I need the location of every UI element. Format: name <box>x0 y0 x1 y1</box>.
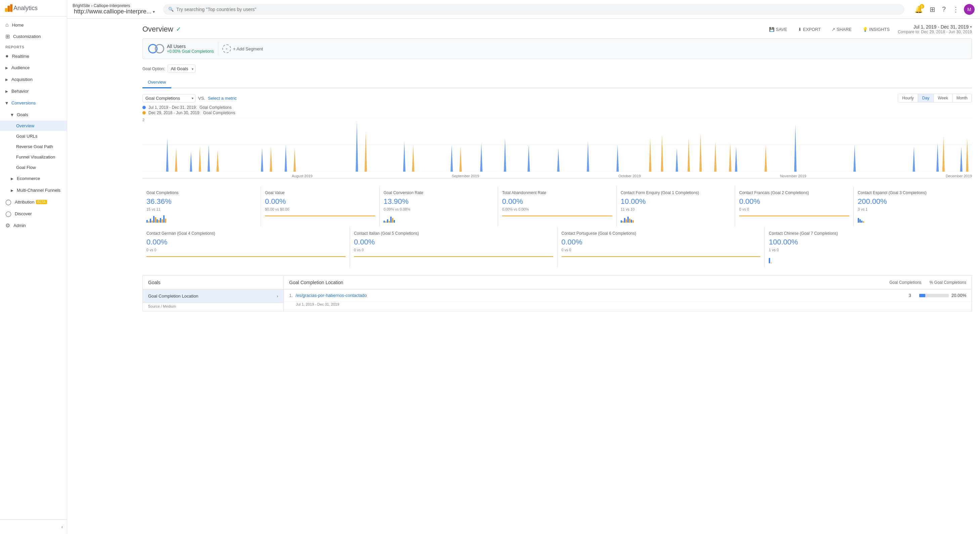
goals-section: Goals Goal Completion Location › Source … <box>142 275 972 312</box>
goals-right-columns: Goal Completions % Goal Completions <box>889 280 966 285</box>
sidebar-item-ecommerce-label: Ecommerce <box>17 176 40 181</box>
chart-container: 2 <box>142 118 972 178</box>
sidebar-item-customization[interactable]: ⊞ Customization <box>0 30 67 42</box>
goals-left-panel: Goals Goal Completion Location › Source … <box>143 276 284 311</box>
stat-label-2: Goal Conversion Rate <box>383 191 494 195</box>
svg-marker-7 <box>190 151 192 172</box>
ga-logo-icon <box>4 3 13 13</box>
sidebar-item-behavior[interactable]: ▸ Behavior <box>0 85 67 97</box>
url-selector[interactable]: http://www.calliope-interpre... ▾ <box>74 8 155 15</box>
stats-grid-row1: Goal Completions 36.36% 15 vs 11 Goal Va… <box>142 186 972 227</box>
sidebar-item-realtime-label: Realtime <box>12 54 29 59</box>
sidebar-item-reverse-goal-path[interactable]: Reverse Goal Path <box>0 141 67 152</box>
collapse-button[interactable]: ‹ <box>0 522 67 531</box>
goal-option-select[interactable]: All Goals Goal 1 Goal 2 Goal 3 <box>168 65 196 73</box>
goal-option-row: Goal Option: All Goals Goal 1 Goal 2 Goa… <box>142 65 972 73</box>
save-button[interactable]: 💾 SAVE <box>767 25 790 34</box>
segments-bar: All Users +0.00% Goal Completions + + Ad… <box>142 38 972 59</box>
stat-mini-line-3 <box>502 216 612 216</box>
time-btn-month[interactable]: Month <box>952 94 972 102</box>
more-options-button[interactable]: ⋮ <box>950 3 961 16</box>
row-rank: 1. <box>289 293 293 298</box>
search-input[interactable] <box>176 7 899 12</box>
svg-marker-29 <box>216 150 219 172</box>
x-label-aug: August 2019 <box>292 174 313 178</box>
chevron-right-icon: › <box>277 294 278 299</box>
svg-marker-30 <box>270 146 272 172</box>
sidebar-item-multichannel[interactable]: ▸ Multi-Channel Funnels <box>0 184 67 196</box>
goal-list-item-0[interactable]: Goal Completion Location › <box>143 289 283 303</box>
goal-list-subitem-0[interactable]: Source / Medium <box>143 303 283 311</box>
stat-value-0: 36.36% <box>146 197 256 206</box>
svg-marker-20 <box>676 148 678 172</box>
stat-label-1: Goal Value <box>265 191 375 195</box>
stat-mini-chart-r2-3 <box>769 254 968 263</box>
stat-value-3: 0.00% <box>502 197 612 206</box>
svg-marker-24 <box>913 146 915 172</box>
goals-right-title: Goal Completion Location <box>289 280 343 285</box>
svg-marker-40 <box>729 143 732 172</box>
stat-card-abandonment-rate: Total Abandonment Rate 0.00% 0.00% vs 0.… <box>498 186 616 227</box>
avatar-letter: M <box>967 7 971 12</box>
header-actions: 🔔 1 ⊞ ? ⋮ M <box>913 3 975 16</box>
conversions-icon: ▾ <box>5 100 8 106</box>
stat-value-r2-1: 0.00% <box>354 238 553 246</box>
metric-dropdown-wrapper: Goal Completions Goal Value Goal Convers… <box>142 94 196 102</box>
svg-marker-16 <box>528 145 530 172</box>
sidebar-item-acquisition[interactable]: ▸ Acquisition <box>0 73 67 85</box>
sidebar-item-goal-flow[interactable]: Goal Flow <box>0 162 67 173</box>
sidebar-item-goal-urls[interactable]: Goal URLs <box>0 131 67 141</box>
sidebar-item-customization-label: Customization <box>13 34 41 39</box>
sidebar-item-attribution[interactable]: ◯ Attribution BETA <box>0 196 67 208</box>
realtime-icon: ● <box>5 53 9 59</box>
time-btn-hourly[interactable]: Hourly <box>898 94 918 102</box>
svg-marker-6 <box>166 138 169 172</box>
tab-overview[interactable]: Overview <box>142 77 171 88</box>
time-btn-day[interactable]: Day <box>918 94 933 102</box>
date-range-main[interactable]: Jul 1, 2019 - Dec 31, 2019 ▾ <box>898 24 972 30</box>
insights-label: INSIGHTS <box>869 27 890 32</box>
sidebar-item-acquisition-label: Acquisition <box>11 77 33 82</box>
segment-name: All Users <box>167 44 214 49</box>
sidebar-item-overview[interactable]: Overview <box>0 121 67 131</box>
row-url[interactable]: /es/gracias-por-habernos-contactado <box>296 293 367 298</box>
sidebar-item-audience[interactable]: ▸ Audience <box>0 62 67 73</box>
sidebar-item-ecommerce[interactable]: ▸ Ecommerce <box>0 173 67 184</box>
stat-card-goal3: Contact Espanol (Goal 3 Completions) 200… <box>854 186 972 227</box>
metric-dropdown[interactable]: Goal Completions Goal Value Goal Convers… <box>142 94 196 102</box>
svg-marker-13 <box>450 145 453 172</box>
sidebar-item-funnel-viz[interactable]: Funnel Visualization <box>0 152 67 162</box>
legend-dot-blue <box>142 106 146 109</box>
export-button[interactable]: ⬇ EXPORT <box>795 25 824 34</box>
stat-mini-line-r2-2 <box>562 256 761 257</box>
avatar[interactable]: M <box>964 4 975 15</box>
svg-rect-2 <box>10 4 13 12</box>
select-metric-link[interactable]: Select a metric <box>208 96 237 101</box>
compare-label: Compare to: <box>898 30 920 34</box>
apps-grid-button[interactable]: ⊞ <box>928 3 937 16</box>
insights-button[interactable]: 💡 INSIGHTS <box>860 25 892 34</box>
svg-marker-15 <box>504 138 506 172</box>
share-button[interactable]: ↗ SHARE <box>829 25 854 34</box>
behavior-icon: ▸ <box>5 88 8 94</box>
sidebar-item-discover[interactable]: ◯ Discover <box>0 208 67 219</box>
sidebar-item-realtime[interactable]: ● Realtime <box>0 50 67 62</box>
notification-button[interactable]: 🔔 1 <box>913 3 925 16</box>
stat-value-r2-2: 0.00% <box>562 238 761 246</box>
stat-mini-chart-6 <box>858 213 968 222</box>
sidebar-item-home[interactable]: ⌂ Home <box>0 19 67 30</box>
stat-card-goal6: Contact Portuguese (Goal 6 Completions) … <box>557 227 765 267</box>
check-icon: ✓ <box>176 25 181 33</box>
add-segment-button[interactable]: + + Add Segment <box>222 44 263 53</box>
goal-list-item-0-label: Goal Completion Location <box>148 294 199 299</box>
sidebar-item-goals[interactable]: ▾ Goals <box>0 109 67 121</box>
multichannel-icon: ▸ <box>11 187 13 194</box>
sidebar-item-conversions[interactable]: ▾ Conversions <box>0 97 67 109</box>
header: BrightSite › Calliope-Interpreters http:… <box>67 0 980 19</box>
time-btn-week[interactable]: Week <box>933 94 952 102</box>
sidebar-item-admin[interactable]: ⚙ Admin <box>0 219 67 231</box>
sidebar-item-home-label: Home <box>12 22 24 27</box>
save-label: SAVE <box>776 27 787 32</box>
svg-marker-21 <box>735 146 737 172</box>
help-button[interactable]: ? <box>940 3 948 15</box>
